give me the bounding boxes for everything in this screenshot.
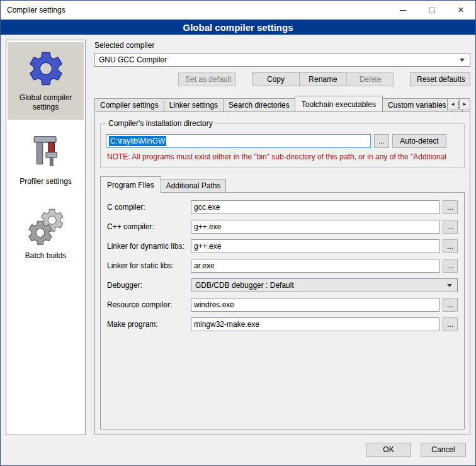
tab-custom-variables[interactable]: Custom variables (382, 98, 452, 111)
cpp-compiler-label: C++ compiler: (107, 222, 188, 231)
c-compiler-input[interactable]: gcc.exe (191, 200, 439, 214)
compiler-settings-window: Compiler settings ─ □ × Global compiler … (0, 0, 476, 466)
sidebar-item-label: Global compiler settings (9, 93, 82, 112)
linker-static-input[interactable]: ar.exe (191, 259, 439, 273)
tab-additional-paths[interactable]: Additional Paths (161, 179, 227, 192)
linker-dynamic-label: Linker for dynamic libs: (107, 242, 188, 251)
gears-gray-icon (26, 207, 66, 247)
delete-button: Delete (346, 72, 394, 86)
make-program-input[interactable]: mingw32-make.exe (191, 317, 439, 331)
cpp-compiler-browse-button[interactable]: ... (443, 220, 458, 234)
program-files-panel: C compiler: gcc.exe ... C++ compiler: g+… (100, 192, 465, 429)
resource-compiler-browse-button[interactable]: ... (443, 298, 458, 312)
selected-compiler-value: GNU GCC Compiler (95, 55, 460, 64)
tab-scroll-buttons: ◄ ► (447, 98, 470, 110)
resource-compiler-value: windres.exe (194, 300, 234, 309)
titlebar[interactable]: Compiler settings ─ □ × (1, 1, 475, 20)
linker-dynamic-browse-button[interactable]: ... (443, 239, 458, 253)
field-row: Resource compiler: windres.exe ... (107, 298, 458, 312)
dialog-body: Global compiler settings Profiler settin… (1, 35, 475, 440)
set-as-default-button: Set as default (178, 72, 236, 86)
cpp-compiler-input[interactable]: g++.exe (191, 220, 439, 234)
toolchain-executables-panel: Compiler's installation directory C:\ray… (94, 111, 470, 435)
compiler-actions: Set as default Copy Rename Delete Reset … (94, 72, 470, 86)
compiler-settings-tabs: Compiler settings Linker settings Search… (94, 94, 470, 111)
auto-detect-button[interactable]: Auto-detect (392, 134, 446, 148)
debugger-label: Debugger: (107, 281, 188, 290)
sidebar-item-label: Batch builds (25, 251, 66, 261)
make-program-value: mingw32-make.exe (194, 320, 259, 329)
tab-compiler-settings[interactable]: Compiler settings (94, 98, 164, 111)
field-row: Debugger: GDB/CDB debugger : Default (107, 278, 458, 292)
installation-directory-group: Compiler's installation directory C:\ray… (100, 123, 465, 168)
tab-scroll-left-icon[interactable]: ◄ (447, 98, 458, 110)
sidebar-item-label: Profiler settings (20, 177, 72, 186)
linker-dynamic-input[interactable]: g++.exe (191, 239, 439, 253)
settings-sidebar: Global compiler settings Profiler settin… (6, 40, 86, 435)
tab-search-directories[interactable]: Search directories (223, 98, 295, 111)
tab-linker-settings[interactable]: Linker settings (164, 98, 224, 111)
installation-directory-input[interactable]: C:\raylib\MinGW (106, 134, 371, 148)
make-program-browse-button[interactable]: ... (443, 317, 458, 331)
profiler-tool-icon (26, 132, 66, 173)
copy-button[interactable]: Copy (252, 72, 300, 86)
cpp-compiler-value: g++.exe (194, 222, 221, 231)
chevron-down-icon (460, 59, 465, 62)
close-button[interactable]: × (446, 1, 475, 20)
dialog-footer: OK Cancel (1, 440, 475, 465)
field-row: C compiler: gcc.exe ... (107, 200, 458, 214)
field-row: C++ compiler: g++.exe ... (107, 220, 458, 234)
debugger-value: GDB/CDB debugger : Default (191, 281, 447, 290)
resource-compiler-input[interactable]: windres.exe (191, 298, 439, 312)
field-row: Linker for dynamic libs: g++.exe ... (107, 239, 458, 253)
chevron-down-icon (447, 284, 452, 287)
dialog-header-title: Global compiler settings (183, 22, 293, 33)
window-controls: ─ □ × (388, 1, 475, 20)
sidebar-item-global-compiler-settings[interactable]: Global compiler settings (8, 42, 84, 120)
reset-defaults-button[interactable]: Reset defaults (410, 72, 470, 86)
maximize-button[interactable]: □ (417, 1, 446, 20)
c-compiler-label: C compiler: (107, 203, 188, 212)
main-panel: Selected compiler GNU GCC Compiler Set a… (94, 40, 470, 435)
installation-directory-value: C:\raylib\MinGW (109, 136, 166, 146)
tab-program-files[interactable]: Program Files (100, 176, 161, 193)
linker-static-value: ar.exe (194, 261, 215, 270)
sidebar-item-profiler-settings[interactable]: Profiler settings (8, 126, 84, 194)
selected-compiler-label: Selected compiler (94, 41, 470, 50)
installation-directory-row: C:\raylib\MinGW ... Auto-detect (106, 134, 455, 148)
close-icon: × (458, 4, 464, 16)
linker-static-label: Linker for static libs: (107, 261, 188, 270)
c-compiler-browse-button[interactable]: ... (443, 200, 458, 214)
note-text: NOTE: All programs must exist either in … (107, 152, 454, 161)
field-row: Make program: mingw32-make.exe ... (107, 317, 458, 331)
make-program-label: Make program: (107, 320, 188, 329)
resource-compiler-label: Resource compiler: (107, 300, 188, 309)
debugger-dropdown[interactable]: GDB/CDB debugger : Default (191, 278, 458, 292)
ok-button[interactable]: OK (366, 443, 411, 457)
rename-button[interactable]: Rename (299, 72, 347, 86)
tab-scroll-right-icon[interactable]: ► (459, 98, 470, 110)
tab-toolchain-executables[interactable]: Toolchain executables (295, 96, 383, 111)
dialog-header: Global compiler settings (1, 20, 475, 35)
gear-blue-icon (26, 48, 66, 89)
c-compiler-value: gcc.exe (194, 203, 220, 212)
window-title: Compiler settings (1, 6, 388, 14)
sidebar-item-batch-builds[interactable]: Batch builds (8, 200, 84, 268)
linker-static-browse-button[interactable]: ... (443, 259, 458, 273)
linker-dynamic-value: g++.exe (194, 242, 221, 251)
field-row: Linker for static libs: ar.exe ... (107, 259, 458, 273)
program-files-tabs: Program Files Additional Paths (100, 176, 465, 192)
cancel-button[interactable]: Cancel (421, 443, 466, 457)
minimize-button[interactable]: ─ (388, 1, 417, 20)
minimize-icon: ─ (400, 5, 406, 15)
maximize-icon: □ (429, 5, 434, 15)
installation-directory-group-title: Compiler's installation directory (106, 119, 215, 128)
selected-compiler-dropdown[interactable]: GNU GCC Compiler (94, 53, 470, 67)
browse-directory-button[interactable]: ... (374, 134, 389, 148)
